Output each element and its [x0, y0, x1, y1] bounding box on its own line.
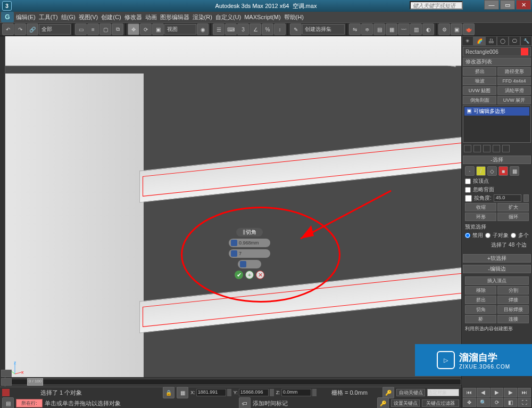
manipulate-button[interactable]: ☰: [213, 23, 225, 35]
timetag-icon[interactable]: 🏷: [239, 397, 251, 408]
render-setup-button[interactable]: ⚙: [438, 23, 450, 35]
btn-ring[interactable]: 环形: [465, 213, 496, 221]
coord-z-spinner[interactable]: [312, 389, 317, 396]
rollout-selection[interactable]: - 选择: [463, 156, 531, 164]
percent-snap-button[interactable]: %: [262, 23, 273, 35]
modbtn-ffd[interactable]: FFD 4x4x4: [497, 77, 531, 85]
undo-button[interactable]: ↶: [2, 23, 14, 35]
menu-edit[interactable]: 编辑(E): [16, 13, 36, 21]
caddy-apply-button[interactable]: +: [245, 271, 254, 279]
btn-insertvert[interactable]: 插入顶点: [465, 276, 529, 285]
coord-x-spinner[interactable]: [227, 389, 231, 396]
chamfer-open-field[interactable]: [238, 260, 261, 268]
rollout-editedge[interactable]: - 编辑边: [463, 265, 531, 273]
nav-pan-button[interactable]: ✥: [463, 398, 476, 407]
create-tab[interactable]: ✳: [462, 36, 473, 46]
btn-chamfer[interactable]: 切角: [465, 305, 496, 314]
menu-create[interactable]: 创建(C): [101, 13, 121, 21]
angle-spinner[interactable]: [523, 194, 529, 202]
spinner-snap-button[interactable]: ↕: [274, 23, 286, 35]
transform-type-in-icon[interactable]: ▦: [177, 387, 188, 398]
select-object-button[interactable]: ▭: [75, 23, 87, 35]
time-slider[interactable]: 0 / 100: [5, 377, 461, 387]
rotate-button[interactable]: ⟳: [140, 23, 152, 35]
curve-editor-button[interactable]: 〰: [398, 23, 410, 35]
modify-tab[interactable]: 🌈: [473, 36, 485, 46]
chk-ignore-backfacing[interactable]: 忽略背面: [465, 186, 529, 193]
btn-extrude[interactable]: 挤出: [465, 296, 496, 304]
remove-modifier-button[interactable]: [493, 145, 500, 152]
menu-grapheditors[interactable]: 图形编辑器: [160, 13, 189, 21]
modifier-list-dropdown[interactable]: 修改器列表: [463, 58, 531, 66]
coord-z[interactable]: 0.0mm: [281, 389, 311, 396]
modbtn-uvwunwrap[interactable]: UVW 展开: [497, 96, 531, 104]
subobj-polygon[interactable]: ■: [498, 166, 508, 176]
caddy-cancel-button[interactable]: ✕: [256, 271, 264, 279]
move-button[interactable]: ✥: [128, 23, 139, 35]
application-button[interactable]: G: [1, 12, 14, 22]
menu-modifiers[interactable]: 修改器: [124, 13, 142, 21]
trackbar-btn2[interactable]: [1, 378, 12, 386]
autokey-button[interactable]: 自动关键点: [396, 389, 425, 396]
graphite-button[interactable]: ▦: [386, 23, 397, 35]
prev-frame-button[interactable]: ◀: [477, 388, 490, 397]
lock-selection-icon[interactable]: 🔒: [163, 387, 174, 398]
key-mode-icon[interactable]: 🔑: [383, 387, 394, 398]
layers-button[interactable]: ▤: [373, 23, 385, 35]
help-search-input[interactable]: [410, 1, 463, 10]
btn-shrink[interactable]: 收缩: [465, 203, 496, 211]
named-selection-edit-button[interactable]: ✎: [290, 23, 302, 35]
mirror-button[interactable]: ⇋: [349, 23, 361, 35]
addtimetag-label[interactable]: 添加时间标记: [253, 399, 288, 407]
subobj-vertex[interactable]: ·: [465, 166, 475, 176]
chamfer-segments-field[interactable]: 7: [229, 249, 270, 258]
subobj-element[interactable]: ▦: [510, 166, 519, 176]
radio-multi[interactable]: [511, 233, 516, 238]
link-button[interactable]: 🔗: [27, 23, 38, 35]
redo-button[interactable]: ↷: [14, 23, 26, 35]
show-end-result-button[interactable]: [473, 145, 481, 152]
schematic-view-button[interactable]: ▥: [410, 23, 422, 35]
minimize-button[interactable]: —: [484, 0, 499, 10]
close-button[interactable]: ✕: [516, 0, 531, 10]
key-filters-dropdown[interactable]: 选定对象: [427, 389, 459, 396]
modbtn-uvwmap[interactable]: UVW 贴图: [463, 86, 496, 95]
btn-loop[interactable]: 循环: [497, 213, 529, 221]
menu-customize[interactable]: 自定义(U): [215, 13, 241, 21]
chamfer-amount-field[interactable]: 0.968mm: [229, 239, 270, 247]
chk-by-vertex[interactable]: 按顶点: [465, 177, 529, 185]
stack-item-editable-poly[interactable]: ▣ 可编辑多边形: [464, 107, 529, 116]
nav-maximize-button[interactable]: ⛶: [518, 398, 531, 407]
caddy-ok-button[interactable]: ✔: [235, 271, 243, 279]
btn-split[interactable]: 分割: [497, 286, 529, 295]
menu-animation[interactable]: 动画: [145, 13, 157, 21]
coord-y-spinner[interactable]: [270, 389, 274, 396]
refcoord-dropdown[interactable]: 视图: [164, 24, 196, 35]
make-unique-button[interactable]: [483, 145, 491, 152]
selection-filter-dropdown[interactable]: 全部: [39, 24, 71, 35]
radio-disable[interactable]: [465, 233, 470, 238]
chk-by-angle[interactable]: [465, 195, 472, 202]
nav-orbit-button[interactable]: ⟳: [491, 398, 504, 407]
modbtn-bevelprofile[interactable]: 倒角剖面: [463, 96, 496, 104]
window-crossing-button[interactable]: ⧉: [112, 23, 123, 35]
setkey-icon[interactable]: 🔑: [377, 397, 389, 408]
nav-fov-button[interactable]: ◧: [504, 398, 517, 407]
coord-x[interactable]: 1881.991: [196, 389, 226, 396]
coord-y[interactable]: 15868.096: [239, 389, 269, 396]
play-button[interactable]: ▶: [491, 388, 504, 397]
goto-start-button[interactable]: ⏮: [463, 388, 476, 397]
object-name-field[interactable]: Rectangle006: [463, 47, 531, 56]
keyfilter-button[interactable]: 关键点过滤器: [422, 399, 459, 407]
btn-remove[interactable]: 移除: [465, 286, 496, 295]
render-button[interactable]: 🫖: [463, 23, 475, 35]
angle-value[interactable]: 45.0: [494, 194, 521, 202]
maximize-button[interactable]: ▭: [500, 0, 515, 10]
btn-weld[interactable]: 焊接: [497, 296, 529, 304]
scale-button[interactable]: ▣: [152, 23, 164, 35]
trackbar-btn1[interactable]: [1, 370, 12, 377]
modbtn-noise[interactable]: 噪波: [463, 77, 496, 85]
select-region-button[interactable]: ▢: [99, 23, 111, 35]
menu-render[interactable]: 渲染(R): [193, 13, 212, 21]
pin-stack-button[interactable]: [464, 145, 471, 152]
